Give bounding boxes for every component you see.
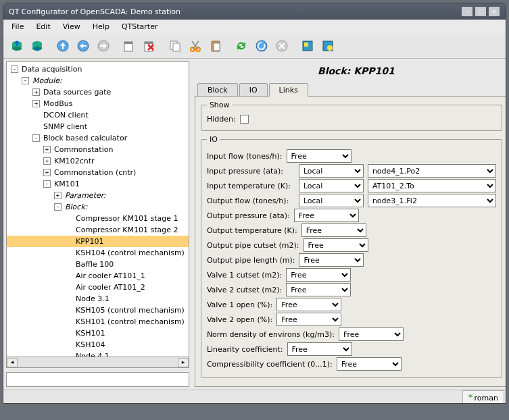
statusbar: *roman bbox=[3, 390, 506, 403]
scroll-right-icon[interactable]: ▸ bbox=[178, 358, 189, 367]
io-mode-select[interactable]: Free bbox=[301, 224, 366, 237]
io-label: Norm density of environs (kg/m3): bbox=[207, 330, 335, 339]
menu-edit[interactable]: Edit bbox=[30, 21, 55, 32]
tree-item[interactable]: +ModBus bbox=[7, 98, 189, 109]
tree-item[interactable]: Baffle 100 bbox=[7, 259, 189, 270]
collapse-icon[interactable]: - bbox=[54, 203, 62, 211]
db-load-icon[interactable] bbox=[7, 36, 26, 55]
item-delete-icon[interactable] bbox=[140, 36, 159, 55]
io-mode-select[interactable]: Local bbox=[299, 179, 364, 192]
io-mode-select[interactable]: Local bbox=[299, 164, 364, 178]
tree-item[interactable]: -KM101 bbox=[7, 178, 189, 190]
tree-spacer bbox=[65, 226, 72, 234]
expand-icon[interactable]: + bbox=[54, 192, 62, 199]
item-add-icon[interactable] bbox=[120, 36, 139, 55]
refresh-icon[interactable] bbox=[232, 36, 251, 55]
expand-icon[interactable]: + bbox=[43, 146, 51, 153]
io-mode-select[interactable]: Free bbox=[287, 342, 352, 356]
tree-item[interactable]: +Commonstation bbox=[7, 144, 189, 155]
tab-block[interactable]: Block bbox=[197, 83, 238, 97]
expand-icon[interactable]: + bbox=[32, 100, 40, 107]
tree-item[interactable]: -Data acquisition bbox=[7, 63, 189, 75]
menubar: File Edit View Help QTStarter bbox=[3, 20, 506, 34]
tree-item[interactable]: -Block based calculator bbox=[7, 132, 189, 144]
io-mode-select[interactable]: Free bbox=[276, 313, 341, 326]
io-label: Output flow (tones/h): bbox=[207, 196, 295, 205]
collapse-icon[interactable]: - bbox=[11, 65, 18, 73]
tree-item[interactable]: +Parameter: bbox=[7, 190, 189, 201]
io-mode-select[interactable]: Free bbox=[287, 149, 352, 163]
tree-item-label: Data acquisition bbox=[20, 65, 83, 74]
tree-item[interactable]: Air cooler AT101_1 bbox=[7, 270, 189, 282]
collapse-icon[interactable]: - bbox=[22, 77, 29, 84]
scroll-left-icon[interactable]: ◂ bbox=[7, 358, 18, 367]
io-mode-select[interactable]: Free bbox=[337, 357, 402, 371]
run-icon[interactable] bbox=[252, 36, 271, 55]
menu-qtstarter[interactable]: QTStarter bbox=[116, 21, 164, 32]
path-input[interactable] bbox=[6, 372, 189, 387]
tree-item[interactable]: DCON client bbox=[7, 109, 189, 121]
io-link-select[interactable]: AT101_2.To bbox=[368, 179, 496, 192]
module2-icon[interactable] bbox=[318, 36, 337, 55]
stop-icon[interactable] bbox=[272, 36, 291, 55]
copy-icon[interactable] bbox=[166, 36, 185, 55]
tree-item[interactable]: Compressor KM101 stage 2 bbox=[7, 224, 189, 236]
tree-item[interactable]: +Commonstation (cntr) bbox=[7, 167, 189, 178]
cut-icon[interactable] bbox=[186, 36, 205, 55]
io-mode-select[interactable]: Free bbox=[339, 327, 404, 341]
menu-help[interactable]: Help bbox=[87, 21, 115, 32]
tree-spacer bbox=[65, 261, 72, 268]
io-mode-select[interactable]: Free bbox=[286, 268, 351, 282]
nav-up-icon[interactable] bbox=[53, 36, 72, 55]
collapse-icon[interactable]: - bbox=[32, 134, 40, 142]
status-user[interactable]: *roman bbox=[462, 390, 504, 404]
tree-item[interactable]: KSH105 (control mechanism) bbox=[7, 305, 189, 316]
tree-item[interactable]: Node 4.1 bbox=[7, 350, 189, 357]
nav-forward-icon[interactable] bbox=[94, 36, 113, 55]
minimize-button[interactable]: – bbox=[461, 6, 473, 17]
expand-icon[interactable]: + bbox=[43, 157, 51, 165]
io-mode-select[interactable]: Free bbox=[304, 238, 368, 252]
tree-item-label: KSH101 (control mechanism) bbox=[74, 317, 186, 326]
tree-item[interactable]: Compressor KM101 stage 1 bbox=[7, 213, 189, 224]
tree-item[interactable]: Air cooler AT101_2 bbox=[7, 282, 189, 293]
io-mode-select[interactable]: Free bbox=[286, 283, 351, 296]
tree-item[interactable]: +KM102cntr bbox=[7, 155, 189, 167]
tab-io[interactable]: IO bbox=[239, 83, 268, 97]
close-button[interactable]: × bbox=[488, 6, 500, 17]
paste-icon[interactable] bbox=[206, 36, 225, 55]
tree-item[interactable]: KSH104 (control mechanism) bbox=[7, 247, 189, 259]
tree-item[interactable]: +Data sources gate bbox=[7, 86, 189, 98]
tree-item[interactable]: KSH101 (control mechanism) bbox=[7, 316, 189, 327]
io-row: Valve 1 cutset (m2):Free bbox=[207, 268, 496, 282]
io-mode-select[interactable]: Free bbox=[276, 298, 341, 311]
tree-item[interactable]: KPP101 bbox=[7, 236, 189, 247]
menu-view[interactable]: View bbox=[57, 21, 86, 32]
tree-item[interactable]: SNMP client bbox=[7, 121, 189, 132]
io-link-select[interactable]: node3_1.Fi2 bbox=[368, 194, 496, 207]
io-row: Output pressure (ata):Free bbox=[207, 209, 496, 222]
nav-back-icon[interactable] bbox=[74, 36, 93, 55]
hidden-checkbox[interactable] bbox=[240, 115, 249, 124]
io-mode-select[interactable]: Free bbox=[299, 253, 364, 267]
menu-file[interactable]: File bbox=[6, 21, 29, 32]
io-label: Valve 2 cutset (m2): bbox=[207, 286, 282, 294]
tab-links[interactable]: Links bbox=[269, 83, 308, 97]
io-mode-select[interactable]: Local bbox=[299, 194, 364, 207]
module1-icon[interactable] bbox=[298, 36, 317, 55]
expand-icon[interactable]: + bbox=[32, 88, 40, 96]
io-mode-select[interactable]: Free bbox=[294, 209, 359, 222]
tree-spacer bbox=[65, 330, 72, 337]
tree-item[interactable]: Node 3.1 bbox=[7, 293, 189, 305]
tree-item[interactable]: -Block: bbox=[7, 201, 189, 213]
tree-item[interactable]: KSH101 bbox=[7, 327, 189, 339]
db-save-icon[interactable] bbox=[28, 36, 47, 55]
nav-tree[interactable]: -Data acquisition-Module:+Data sources g… bbox=[6, 61, 189, 357]
collapse-icon[interactable]: - bbox=[43, 180, 51, 188]
tree-item[interactable]: KSH104 bbox=[7, 339, 189, 350]
expand-icon[interactable]: + bbox=[43, 169, 51, 176]
tree-hscrollbar[interactable]: ◂ ▸ bbox=[6, 357, 189, 368]
io-link-select[interactable]: node4_1.Po2 bbox=[368, 164, 496, 178]
maximize-button[interactable]: ▢ bbox=[475, 6, 487, 17]
tree-item[interactable]: -Module: bbox=[7, 75, 189, 86]
